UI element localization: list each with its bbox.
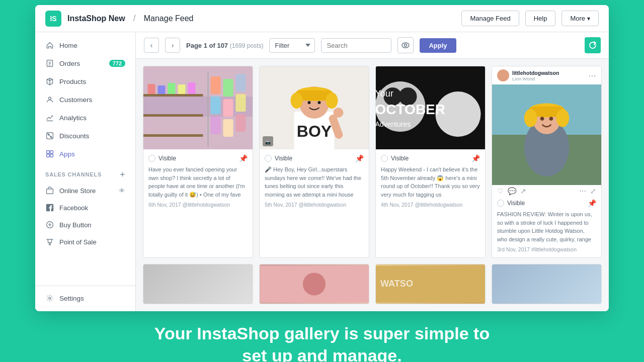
sidebar-label-analytics: Analytics xyxy=(59,114,87,122)
svg-point-44 xyxy=(308,101,311,104)
sidebar-item-online-store[interactable]: Online Store 👁 xyxy=(35,182,135,199)
feed-card-1-text: Have you ever fancied opening your own s… xyxy=(148,165,248,199)
sales-channels-section: SALES CHANNELS + xyxy=(35,163,135,182)
breadcrumb-separator: / xyxy=(133,13,136,24)
feed-card-1-visible-checkbox[interactable] xyxy=(148,155,155,162)
refresh-button[interactable] xyxy=(585,37,601,53)
feed-card-2-pin-button[interactable]: 📌 xyxy=(355,154,364,162)
svg-rect-31 xyxy=(223,99,233,117)
svg-rect-29 xyxy=(211,117,221,134)
sidebar-label-settings: Settings xyxy=(59,295,84,302)
feed-card-1-image xyxy=(143,66,253,149)
add-channel-icon[interactable]: + xyxy=(120,170,125,179)
sidebar-item-customers[interactable]: Customers xyxy=(35,90,135,109)
svg-point-47 xyxy=(334,108,344,118)
facebook-icon xyxy=(45,203,54,212)
sidebar-label-online-store: Online Store xyxy=(59,187,96,195)
feed-card-4-image xyxy=(492,84,601,185)
pos-icon xyxy=(45,237,54,246)
feed-card-4-share-icon[interactable]: ↗ xyxy=(520,187,526,195)
feed-card-1-pin-button[interactable]: 📌 xyxy=(239,154,248,162)
feed-card-4-expand-icon[interactable]: ⤢ xyxy=(590,187,596,195)
feed-card-3-visible-checkbox[interactable] xyxy=(381,155,388,162)
feed-card-4-visible-checkbox[interactable] xyxy=(497,200,504,207)
feed-card-4-actions: ♡ 💬 ↗ ⋯ ⤢ xyxy=(492,185,601,197)
sidebar-label-products: Products xyxy=(59,78,86,85)
filter-select[interactable]: Filter All Posts Visible Hidden xyxy=(269,38,315,53)
visibility-toggle-button[interactable] xyxy=(397,37,414,53)
feed-card-2-visible-checkbox[interactable] xyxy=(265,155,272,162)
feed-card-4-comment-icon[interactable]: 💬 xyxy=(508,187,516,195)
svg-rect-10 xyxy=(47,189,53,194)
sidebar-item-settings[interactable]: Settings xyxy=(35,289,135,307)
prev-page-button[interactable]: ‹ xyxy=(144,38,159,53)
manage-feed-button[interactable]: Manage Feed xyxy=(461,11,519,26)
sidebar-item-buy-button[interactable]: Buy Button xyxy=(35,216,135,233)
feed-card-4-avatar xyxy=(497,69,509,81)
feed-card-4-more-icon[interactable]: ⋯ xyxy=(579,187,586,195)
sidebar-label-facebook: Facebook xyxy=(59,204,88,212)
sidebar-item-orders[interactable]: Orders 772 xyxy=(35,54,135,72)
feed-card-8 xyxy=(492,264,602,304)
feed-card-6-image xyxy=(260,264,369,304)
feed-card-3: Your OCTOBER Adventures Visible 📌 Happy … xyxy=(375,66,486,258)
sidebar-item-apps[interactable]: Apps xyxy=(35,145,135,163)
more-button[interactable]: More xyxy=(561,11,599,26)
svg-rect-6 xyxy=(47,151,50,154)
svg-point-14 xyxy=(402,43,409,48)
sidebar-item-discounts[interactable]: Discounts xyxy=(35,127,135,145)
feed-card-3-body: Visible 📌 Happy Weekend - I can't believ… xyxy=(376,149,485,213)
settings-icon xyxy=(45,294,54,303)
sidebar-item-analytics[interactable]: Analytics xyxy=(35,109,135,127)
svg-rect-21 xyxy=(148,84,155,94)
feed-card-2-text: 🎤 Hey Boy, Hey Girl...superstars sundays… xyxy=(265,165,364,199)
app-window: IS InstaShop New / Manage Feed Manage Fe… xyxy=(35,5,609,311)
svg-rect-32 xyxy=(223,119,233,137)
feed-card-4-username: littlehotdogwatson xyxy=(512,70,559,76)
svg-text:Your: Your xyxy=(376,88,393,99)
help-button[interactable]: Help xyxy=(525,11,556,26)
svg-point-64 xyxy=(540,117,544,121)
apps-icon xyxy=(45,149,54,158)
sidebar-label-customers: Customers xyxy=(59,96,92,104)
sidebar-label-home: Home xyxy=(59,42,77,49)
feed-card-3-pin-button[interactable]: 📌 xyxy=(471,154,480,162)
online-store-eye-icon[interactable]: 👁 xyxy=(119,187,125,195)
sidebar-label-discounts: Discounts xyxy=(59,132,89,140)
feed-card-2-overlay: 📷 xyxy=(263,136,273,146)
sidebar-label-buy-button: Buy Button xyxy=(59,221,92,229)
svg-rect-25 xyxy=(188,82,196,94)
feed-card-1-date: 6th Nov, 2017 @littlehotdogwatson xyxy=(148,202,248,208)
sidebar-item-home[interactable]: Home xyxy=(35,36,135,54)
sidebar-item-facebook[interactable]: Facebook xyxy=(35,199,135,216)
feed-card-2: BOY xyxy=(259,66,369,258)
feed-card-1-body: Visible 📌 Have you ever fancied opening … xyxy=(143,149,253,213)
feed-card-4-heart-icon[interactable]: ♡ xyxy=(497,187,504,195)
svg-rect-18 xyxy=(143,94,203,97)
feed-card-3-text: Happy Weekend - I can't believe it's the… xyxy=(381,165,480,199)
feed-card-4-menu-button[interactable]: ⋯ xyxy=(588,71,596,80)
bottom-caption: Your InstaShop gallery is super simple t… xyxy=(144,311,500,362)
top-bar: IS InstaShop New / Manage Feed Manage Fe… xyxy=(35,5,609,32)
main-content: Home Orders 772 xyxy=(35,32,609,311)
svg-rect-9 xyxy=(50,154,53,157)
orders-icon xyxy=(45,59,54,68)
sidebar-item-products[interactable]: Products xyxy=(35,72,135,90)
feed-card-7: WATSO xyxy=(375,264,486,304)
apply-button[interactable]: Apply xyxy=(420,38,456,53)
next-page-button[interactable]: › xyxy=(165,38,180,53)
svg-rect-24 xyxy=(178,84,186,94)
bottom-caption-text: Your InstaShop gallery is super simple t… xyxy=(154,322,490,362)
sidebar-item-pos[interactable]: Point of Sale xyxy=(35,233,135,250)
toolbar: ‹ › Page 1 of 107 (1699 posts) Filter Al… xyxy=(136,32,609,59)
feed-card-2-image: BOY xyxy=(260,66,369,149)
svg-text:OCTOBER: OCTOBER xyxy=(376,102,445,117)
svg-point-67 xyxy=(303,273,326,295)
search-input[interactable] xyxy=(321,38,391,53)
svg-rect-30 xyxy=(223,79,233,97)
app-title: InstaShop New xyxy=(67,14,125,23)
feed-card-1-visible-label: Visible xyxy=(158,155,176,162)
feed-card-4-pin-button[interactable]: 📌 xyxy=(588,199,596,207)
svg-point-15 xyxy=(405,44,407,47)
feed-card-5 xyxy=(143,264,253,304)
